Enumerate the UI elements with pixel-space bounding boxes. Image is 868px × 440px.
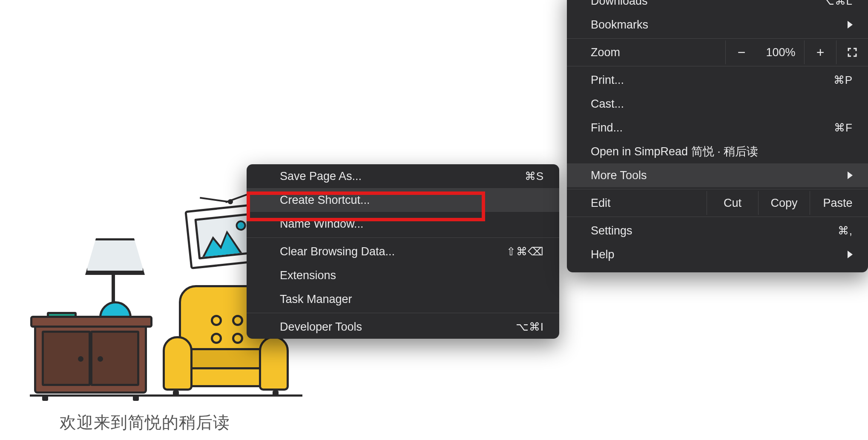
- menu-item-label: Zoom: [591, 46, 725, 59]
- zoom-in-button[interactable]: +: [804, 40, 836, 64]
- menu-item-shortcut: ⌘P: [834, 74, 853, 87]
- menu-item-label: Edit: [567, 197, 707, 210]
- menu-item-label: Bookmarks: [591, 18, 848, 31]
- chevron-right-icon: [848, 251, 853, 258]
- menu-separator: [567, 189, 868, 189]
- menu-item-label: Print...: [591, 74, 834, 87]
- menu-separator: [247, 313, 559, 313]
- menu-item-label: Settings: [591, 224, 838, 237]
- menu-item-create-shortcut[interactable]: Create Shortcut...: [247, 188, 559, 212]
- menu-item-shortcut: ⌥⌘L: [822, 0, 853, 8]
- menu-item-find[interactable]: Find... ⌘F: [567, 116, 868, 140]
- welcome-caption: 欢迎来到简悦的稍后读: [60, 411, 230, 434]
- menu-item-label: Extensions: [280, 269, 544, 282]
- menu-item-downloads[interactable]: Downloads ⌥⌘L: [567, 0, 868, 13]
- menu-item-name-window[interactable]: Name Window...: [247, 212, 559, 236]
- menu-item-label: Developer Tools: [280, 320, 516, 334]
- menu-item-shortcut: ⌘F: [834, 121, 853, 134]
- menu-item-more-tools[interactable]: More Tools: [567, 163, 868, 187]
- chevron-right-icon: [848, 171, 853, 179]
- menu-item-label: Open in SimpRead 简悦 · 稍后读: [591, 144, 853, 159]
- zoom-level: 100%: [757, 46, 804, 59]
- zoom-out-button[interactable]: −: [725, 40, 757, 64]
- menu-item-label: Downloads: [591, 0, 822, 8]
- edit-paste-button[interactable]: Paste: [810, 191, 868, 215]
- menu-item-help[interactable]: Help: [567, 243, 868, 266]
- menu-item-print[interactable]: Print... ⌘P: [567, 68, 868, 92]
- fullscreen-icon: [847, 47, 857, 57]
- menu-item-edit: Edit Cut Copy Paste: [567, 191, 868, 215]
- menu-item-developer-tools[interactable]: Developer Tools ⌥⌘I: [247, 315, 559, 339]
- fullscreen-button[interactable]: [836, 40, 868, 64]
- floor-line: [30, 394, 302, 397]
- menu-item-label: Name Window...: [280, 217, 544, 231]
- menu-item-shortcut: ⌘S: [525, 170, 544, 183]
- menu-item-label: Save Page As...: [280, 170, 525, 183]
- menu-item-bookmarks[interactable]: Bookmarks: [567, 13, 868, 37]
- menu-separator: [247, 237, 559, 238]
- menu-item-shortcut: ⌘,: [838, 224, 853, 237]
- browser-main-menu: Downloads ⌥⌘L Bookmarks Zoom − 100% + Pr…: [567, 0, 868, 272]
- chevron-right-icon: [848, 21, 853, 29]
- menu-item-shortcut: ⌥⌘I: [516, 320, 544, 334]
- menu-separator: [567, 217, 868, 217]
- submenu-more-tools: Save Page As... ⌘S Create Shortcut... Na…: [247, 164, 559, 339]
- menu-item-label: Help: [591, 248, 848, 261]
- menu-item-save-page-as[interactable]: Save Page As... ⌘S: [247, 164, 559, 188]
- menu-item-clear-browsing-data[interactable]: Clear Browsing Data... ⇧⌘⌫: [247, 240, 559, 263]
- menu-item-zoom: Zoom − 100% +: [567, 40, 868, 64]
- menu-item-task-manager[interactable]: Task Manager: [247, 287, 559, 311]
- menu-item-label: Find...: [591, 121, 834, 134]
- menu-item-open-in-simpread[interactable]: Open in SimpRead 简悦 · 稍后读: [567, 140, 868, 163]
- menu-item-label: More Tools: [591, 169, 848, 182]
- menu-item-settings[interactable]: Settings ⌘,: [567, 219, 868, 243]
- frame-nail: [228, 199, 233, 204]
- menu-item-extensions[interactable]: Extensions: [247, 263, 559, 287]
- menu-separator: [567, 66, 868, 66]
- menu-item-label: Clear Browsing Data...: [280, 245, 506, 258]
- menu-item-shortcut: ⇧⌘⌫: [506, 245, 544, 258]
- menu-item-label: Cast...: [591, 97, 853, 111]
- edit-cut-button[interactable]: Cut: [707, 191, 758, 215]
- menu-item-label: Task Manager: [280, 293, 544, 306]
- menu-item-label: Create Shortcut...: [280, 194, 544, 207]
- edit-copy-button[interactable]: Copy: [758, 191, 810, 215]
- menu-separator: [567, 38, 868, 39]
- side-table: [34, 323, 147, 394]
- menu-item-cast[interactable]: Cast...: [567, 92, 868, 116]
